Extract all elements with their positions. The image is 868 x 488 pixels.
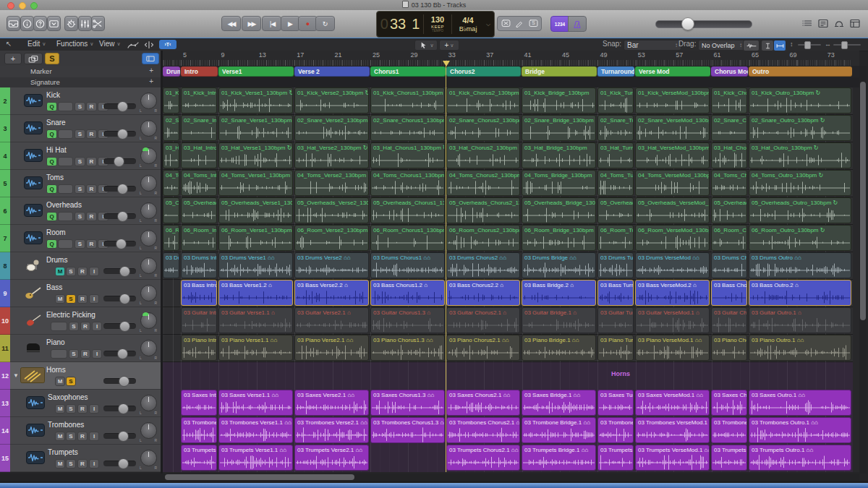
record-enable-button[interactable]: R (77, 404, 88, 414)
region-toms[interactable]: 04_Toms_Turn (597, 170, 634, 196)
solo-button[interactable]: S (75, 212, 85, 221)
solo-button[interactable]: S (75, 157, 85, 166)
region-room[interactable]: 06_Room_Intro (181, 225, 217, 251)
quantize-button[interactable]: Q (46, 157, 57, 166)
region-overheads[interactable]: 05_Overheads_Chorus1_130bp (370, 197, 445, 223)
volume-knob[interactable] (118, 403, 129, 414)
pan-knob[interactable] (140, 312, 157, 329)
pointer-back-icon[interactable]: ↖ (6, 40, 12, 48)
track-header-saxophones[interactable]: 13SaxophonesMSRILR (0, 390, 161, 417)
add-track-button[interactable]: + (4, 53, 22, 64)
play-button[interactable]: ▶ (281, 16, 300, 31)
region-toms[interactable]: 04_To (163, 170, 179, 196)
track-header-config-button[interactable] (142, 53, 159, 64)
browsers-icon[interactable] (848, 17, 862, 30)
record-enable-button[interactable]: R (77, 267, 88, 276)
record-enable-button[interactable]: R (86, 129, 97, 139)
region-hihat[interactable]: 03_Hat_Chorus1_130bpm ↻ (370, 142, 445, 168)
volume-knob[interactable] (116, 239, 127, 249)
volume-knob[interactable] (118, 431, 129, 442)
region-overheads[interactable]: 05_Overheads_VerseMod_130 (635, 197, 710, 223)
region-guitar[interactable]: 03 Guitar Intro (181, 307, 217, 333)
region-drums[interactable]: 03 Drums Chorus2 ⌂⌂ (446, 252, 520, 278)
region-hihat[interactable]: 03_Hat_Turnar (597, 142, 634, 168)
horizontal-scroll-thumb[interactable] (165, 474, 354, 480)
master-volume-slider[interactable] (655, 20, 752, 28)
region-saxophones[interactable]: 03 Saxes Chor (711, 390, 747, 416)
global-track-marker[interactable]: Marker+ (0, 66, 161, 78)
region-bass[interactable]: 03 Bass Verse1.2 ⌂ (218, 280, 293, 306)
track-header-hi-hat[interactable]: 4Hi HatQSRILR (0, 142, 161, 170)
region-toms[interactable]: 04_Toms_Outro_130bpm ↻ (749, 170, 851, 196)
region-guitar[interactable]: 03 Guitar Verse2.1 ⌂ (294, 307, 369, 333)
volume-knob[interactable] (117, 101, 128, 112)
region-saxophones[interactable]: 03 Saxes Intro (181, 390, 217, 416)
region-saxophones[interactable]: 03 Saxes Verse1.1 ⌂⌂ (218, 390, 293, 416)
region-hihat[interactable]: 03_Hat_VerseMod_130bpm (635, 142, 710, 168)
region-hihat[interactable]: 03_Hat_Choru (711, 142, 747, 168)
track-header-trumpets[interactable]: 15TrumpetsMSRILR (0, 445, 161, 472)
mute-button[interactable] (58, 184, 73, 194)
region-trombones[interactable]: 03 Trombones Verse2.1 ⌂⌂ (294, 417, 369, 443)
record-enable-button[interactable]: R (77, 294, 88, 304)
region-guitar[interactable]: 03 Guitar Bridge.1 ⌂ (522, 307, 596, 333)
region-snare[interactable]: 02_Sn (163, 115, 179, 141)
region-bass[interactable]: 03 Bass Chorus1.2 ⌂ (370, 280, 445, 306)
region-toms[interactable]: 04_Toms_Verse2_130bpm (294, 170, 369, 196)
solo-button[interactable]: S (66, 377, 76, 386)
region-overheads[interactable]: 05_Overheads (597, 197, 634, 223)
region-kick[interactable]: 01_Kick_Outro_130bpm ↻ (749, 87, 851, 114)
add-marker-button[interactable]: + (149, 67, 153, 74)
mute-button[interactable]: M (55, 267, 65, 276)
solo-button[interactable]: S (75, 184, 85, 194)
record-enable-button[interactable]: R (86, 184, 97, 194)
region-guitar[interactable]: 03 Guitar Chor (711, 307, 747, 333)
region-snare[interactable]: 02_Snare_Turn (597, 115, 634, 141)
region-piano[interactable]: 03 Piano Intro. (181, 335, 217, 361)
tuner-button[interactable] (501, 18, 511, 28)
mute-button[interactable] (58, 157, 73, 166)
region-trombones[interactable]: 03 Trombones (597, 417, 634, 443)
region-room[interactable]: 06_Room_Bridge_130bpm (522, 225, 596, 251)
pan-knob[interactable] (140, 120, 157, 137)
playhead-line[interactable] (446, 66, 446, 472)
region-snare[interactable]: 02_Snare_Outro_130bpm ↻ (749, 115, 851, 141)
quantize-button[interactable]: Q (46, 129, 57, 139)
input-monitor-button[interactable]: I (89, 267, 99, 276)
region-room[interactable]: 06_Room_Chorus1_130bpm (370, 225, 445, 251)
note-pads-icon[interactable] (816, 17, 830, 30)
volume-knob[interactable] (119, 294, 130, 304)
pan-knob[interactable] (140, 175, 157, 192)
go-to-beginning-button[interactable]: ∣◀ (262, 16, 281, 31)
record-enable-button[interactable]: R (86, 157, 97, 166)
mute-button[interactable] (58, 239, 73, 249)
region-trumpets[interactable]: 03 Trumpets C (711, 445, 747, 471)
mute-button[interactable] (51, 322, 67, 331)
track-header-snare[interactable]: 3SnareQSRILR (0, 115, 161, 142)
region-trombones[interactable]: 03 Trombones Outro.1 ⌂⌂ (749, 417, 851, 443)
region-hihat[interactable]: 03_Hat_Bridge_130bpm (522, 142, 596, 168)
input-monitor-button[interactable]: I (89, 294, 99, 304)
region-room[interactable]: 06_Room_Verse2_130bpm (294, 225, 369, 251)
library-icon[interactable] (7, 16, 20, 31)
count-in-button[interactable]: 1234 (550, 16, 569, 32)
region-drums[interactable]: 03 Drums Chorus1 ⌂⌂ (370, 252, 445, 278)
region-overheads[interactable]: 05_Overheads_Outro_130bpm ↻ (749, 197, 851, 223)
region-drums[interactable]: 03 Drums Verse1 ⌂⌂ (218, 252, 293, 278)
region-bass[interactable]: 03 Bass Verse2.2 ⌂ (294, 280, 369, 306)
region-bass[interactable]: 03 Bass Chorus2.2 ⌂ (446, 280, 520, 306)
quantize-button[interactable]: Q (46, 212, 57, 221)
region-toms[interactable]: 04_Toms_Chor (711, 170, 747, 196)
metronome-button[interactable] (568, 16, 587, 32)
pan-knob[interactable] (140, 147, 157, 164)
region-room[interactable]: 06_Room_Cho (711, 225, 747, 251)
region-snare[interactable]: 02_Snare_Cho (711, 115, 747, 141)
region-hihat[interactable]: 03_Hat_Intro_1 (181, 142, 217, 168)
region-bass[interactable]: 03 Bass Choru (711, 280, 747, 306)
region-trumpets[interactable]: 03 Trumpets Chorus2.1 ⌂⌂ (446, 445, 520, 471)
region-toms[interactable]: 04_Toms_Chorus1_130bpm (370, 170, 445, 196)
record-enable-button[interactable]: R (80, 349, 90, 359)
flex-icon[interactable] (142, 40, 156, 50)
region-saxophones[interactable]: 03 Saxes Bridge.1 ⌂⌂ (522, 390, 596, 416)
region-snare[interactable]: 02_Snare_VerseMod_130bpm (635, 115, 710, 141)
